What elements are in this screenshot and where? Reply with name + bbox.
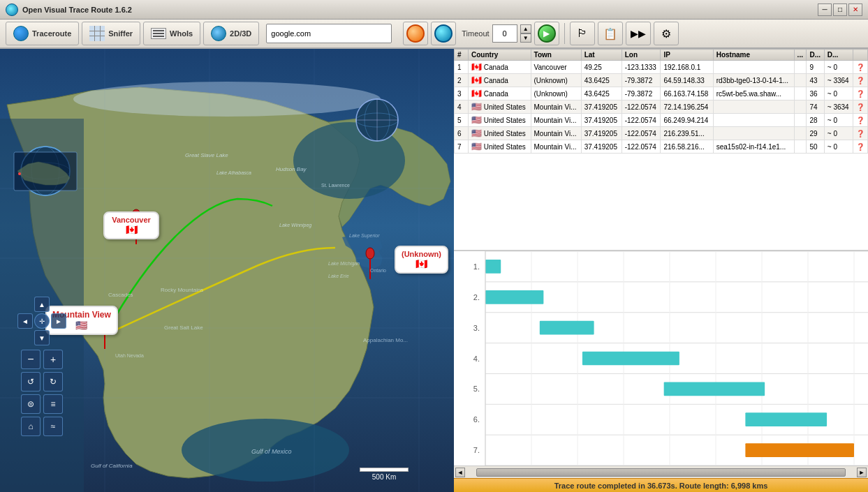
terrain-button[interactable]: ≈: [43, 417, 63, 436]
cell-5-10: ❓: [853, 127, 868, 140]
map-panel[interactable]: Great Slave Lake Lake Athabasca Hudson B…: [0, 49, 454, 492]
play-button[interactable]: ▶: [534, 22, 559, 45]
cell-4-9: ~ 0: [824, 114, 853, 127]
pan-right[interactable]: ►: [51, 313, 66, 329]
table-row[interactable]: 6🇺🇸 United StatesMountain Vi...37.419205…: [455, 127, 868, 140]
cell-2-10: ❓: [853, 87, 868, 100]
app-icon: [6, 3, 18, 16]
scroll-right-button[interactable]: ►: [857, 468, 867, 477]
forward-button[interactable]: ▶▶: [626, 22, 651, 45]
cell-0-8: 9: [807, 61, 824, 74]
maximize-button[interactable]: □: [833, 3, 847, 16]
col-hostname[interactable]: Hostname: [713, 50, 794, 61]
cell-4-10: ❓: [853, 114, 868, 127]
favorites-button[interactable]: [403, 22, 428, 45]
cell-2-7: [794, 87, 807, 100]
svg-text:Great Slave Lake: Great Slave Lake: [185, 152, 228, 158]
table-row[interactable]: 3🇨🇦 Canada(Unknown)43.6425-79.387266.163…: [455, 87, 868, 100]
col-d2[interactable]: D...: [824, 50, 853, 61]
svg-rect-67: [485, 290, 543, 304]
elevation-button[interactable]: ⌂: [21, 417, 41, 436]
gear-button[interactable]: ⚙: [654, 22, 679, 45]
cell-5-9: ~ 0: [824, 127, 853, 140]
settings-button1[interactable]: 🏳: [570, 22, 595, 45]
geo-button[interactable]: [431, 22, 456, 45]
svg-text:4.: 4.: [473, 355, 480, 363]
pan-down[interactable]: ▼: [34, 330, 50, 345]
cell-4-6: [713, 114, 794, 127]
col-lat[interactable]: Lat: [581, 50, 621, 61]
cell-5-4: -122.0574: [621, 127, 661, 140]
cell-1-10: ❓: [853, 74, 868, 87]
right-panel: # Country Town Lat Lon IP Hostname ... D…: [454, 49, 868, 492]
svg-text:Great Salt Lake: Great Salt Lake: [164, 325, 203, 331]
toolbar: Traceroute Sniffer WhoIs 2D/3D Timeout ▲…: [0, 20, 868, 49]
svg-text:1.: 1.: [473, 262, 480, 271]
sniffer-icon: [89, 26, 105, 41]
cell-3-4: -122.0574: [621, 100, 661, 114]
col-ip[interactable]: IP: [661, 50, 713, 61]
chart-svg: 1.2.3.4.5.6.7.: [454, 251, 868, 465]
settings-button2[interactable]: 📋: [598, 22, 623, 45]
table-panel[interactable]: # Country Town Lat Lon IP Hostname ... D…: [454, 49, 868, 251]
scroll-left-button[interactable]: ◄: [455, 468, 465, 477]
traceroute-icon: [13, 26, 29, 41]
vancouver-label: Vancouver: [112, 216, 151, 224]
col-country[interactable]: Country: [469, 50, 531, 61]
cell-6-2: Mountain Vi...: [531, 140, 581, 154]
timeout-up[interactable]: ▲: [520, 24, 531, 33]
sniffer-button[interactable]: Sniffer: [82, 22, 140, 45]
cell-2-2: (Unknown): [531, 87, 581, 100]
timeout-spinner[interactable]: ▲ ▼: [520, 24, 531, 43]
cell-4-0: 5: [455, 114, 469, 127]
zoom-out-button[interactable]: −: [21, 350, 41, 369]
table-row[interactable]: 5🇺🇸 United StatesMountain Vi...37.419205…: [455, 114, 868, 127]
forward-icon: ▶▶: [631, 28, 646, 39]
map3d-icon: [211, 26, 226, 41]
rotate-left-button[interactable]: ↺: [21, 372, 41, 392]
col-town[interactable]: Town: [531, 50, 581, 61]
cell-0-1: 🇨🇦 Canada: [469, 61, 531, 74]
nav-controls: ▲ ▼ ◄ ► ✛ − + ↺ ↻ ⊜ ≡: [17, 297, 66, 436]
whois-button[interactable]: WhoIs: [143, 22, 200, 45]
zoom-in-button[interactable]: +: [43, 350, 63, 369]
table-row[interactable]: 7🇺🇸 United StatesMountain Vi...37.419205…: [455, 140, 868, 154]
col-help[interactable]: [853, 50, 868, 61]
col-dots[interactable]: ...: [794, 50, 807, 61]
pan-control[interactable]: ▲ ▼ ◄ ► ✛: [17, 297, 66, 345]
favorites-icon: [406, 24, 425, 43]
minimize-button[interactable]: ─: [818, 3, 832, 16]
flag-icon: 🏳: [577, 27, 588, 40]
chart-scrollbar[interactable]: ◄ ►: [454, 465, 868, 478]
layer-button[interactable]: ≡: [43, 394, 63, 414]
col-num[interactable]: #: [455, 50, 469, 61]
cell-1-6: rd3bb-tge0-13-0-14-1...: [713, 74, 794, 87]
traceroute-button[interactable]: Traceroute: [6, 22, 79, 45]
col-d1[interactable]: D...: [807, 50, 824, 61]
table-row[interactable]: 4🇺🇸 United StatesMountain Vi...37.419205…: [455, 100, 868, 114]
pan-center[interactable]: ✛: [34, 313, 50, 329]
pan-left[interactable]: ◄: [17, 313, 33, 329]
close-button[interactable]: ✕: [848, 3, 862, 16]
rotate-right-button[interactable]: ↻: [43, 372, 63, 392]
cell-0-6: [713, 61, 794, 74]
cell-0-7: [794, 61, 807, 74]
map3d-button[interactable]: 2D/3D: [203, 22, 259, 45]
cell-0-3: 49.25: [581, 61, 621, 74]
svg-text:Hudson Bay: Hudson Bay: [276, 166, 307, 172]
zoom-row1: − +: [17, 350, 66, 369]
cell-5-6: [713, 127, 794, 140]
svg-text:Lake Erie: Lake Erie: [328, 274, 349, 278]
cell-3-8: 74: [807, 100, 824, 114]
table-row[interactable]: 1🇨🇦 CanadaVancouver49.25-123.1333192.168…: [455, 61, 868, 74]
col-lon[interactable]: Lon: [621, 50, 661, 61]
zoom-row4: ⌂ ≈: [17, 417, 66, 436]
timeout-down[interactable]: ▼: [520, 33, 531, 43]
tilt-button[interactable]: ⊜: [21, 394, 41, 414]
table-row[interactable]: 2🇨🇦 Canada(Unknown)43.6425-79.387264.59.…: [455, 74, 868, 87]
scrollbar-thumb[interactable]: [476, 468, 846, 477]
pan-up[interactable]: ▲: [34, 297, 50, 312]
timeout-input[interactable]: [492, 24, 517, 43]
cell-0-9: ~ 0: [824, 61, 853, 74]
url-input[interactable]: [266, 24, 392, 43]
